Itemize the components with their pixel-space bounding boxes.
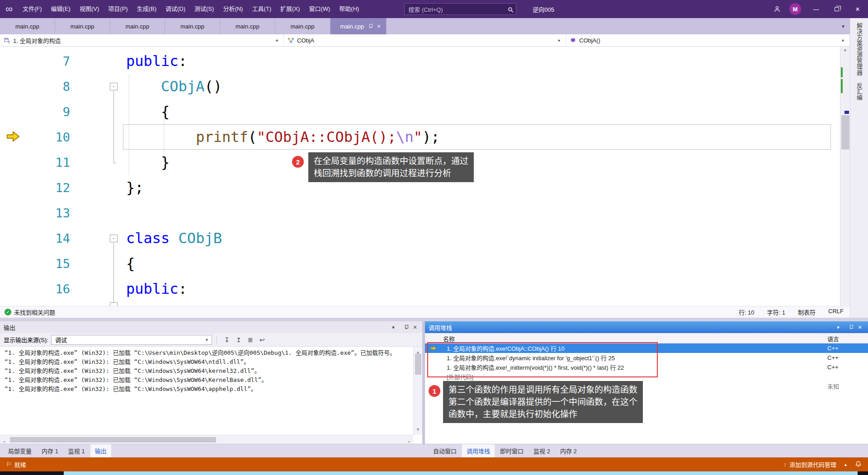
menu-item[interactable]: 视图(V) bbox=[75, 0, 104, 18]
pin-icon[interactable] bbox=[844, 322, 854, 332]
menu-item[interactable]: 扩展(X) bbox=[276, 0, 304, 18]
menu-item[interactable]: 编辑(E) bbox=[47, 0, 75, 18]
document-tab[interactable]: main.cpp bbox=[220, 18, 275, 34]
code-text[interactable]: }; bbox=[126, 179, 144, 196]
pin-icon[interactable] bbox=[399, 322, 410, 332]
close-button[interactable]: ✕ bbox=[847, 0, 868, 18]
menu-item[interactable]: 窗口(W) bbox=[304, 0, 335, 18]
code-text[interactable]: { bbox=[126, 255, 135, 272]
add-to-source-control-button[interactable]: ↑ 添加到源代码管理 bbox=[784, 460, 837, 469]
column-language[interactable]: 语言 bbox=[827, 334, 839, 343]
code-token bbox=[170, 230, 178, 247]
code-text[interactable]: class CObjB bbox=[126, 230, 222, 247]
menu-item[interactable]: 调试(D) bbox=[161, 0, 190, 18]
scroll-down-icon[interactable]: ▼ bbox=[414, 425, 422, 434]
code-text[interactable]: printf("CObjA::CObjA();\n"); bbox=[126, 128, 440, 146]
panel-tab[interactable]: 监视 2 bbox=[529, 444, 555, 457]
output-header[interactable]: 输出 ▾ ✕ bbox=[0, 321, 422, 333]
scrollbar-thumb[interactable] bbox=[841, 115, 849, 150]
menu-item[interactable]: 测试(S) bbox=[190, 0, 218, 18]
editor-scrollbar[interactable]: ▲ bbox=[840, 47, 850, 306]
tab-label: main.cpp bbox=[180, 23, 204, 30]
code-text[interactable]: public: bbox=[126, 280, 187, 297]
document-tab[interactable]: main.cpp bbox=[275, 18, 330, 34]
column-name[interactable]: 名称 bbox=[443, 334, 455, 343]
goto-previous-message-icon[interactable]: ↥ bbox=[233, 335, 244, 345]
pin-icon[interactable] bbox=[368, 24, 373, 29]
scroll-left-icon[interactable]: ◂ bbox=[3, 437, 5, 444]
document-tab[interactable]: main.cpp bbox=[110, 18, 165, 34]
panel-tab[interactable]: 内存 2 bbox=[556, 444, 581, 457]
tabs-indicator[interactable]: 制表符 bbox=[798, 308, 816, 316]
callstack-row[interactable]: [外部代码] bbox=[425, 372, 868, 381]
panel-tab[interactable]: 即时窗口 bbox=[495, 444, 528, 457]
code-editor[interactable]: 7public:8- CObjA()9 {10 printf("CObjA::C… bbox=[0, 47, 850, 306]
menu-item[interactable]: 帮助(H) bbox=[335, 0, 363, 18]
toggle-word-wrap-icon[interactable]: ↩ bbox=[257, 335, 268, 345]
scroll-right-icon[interactable]: ▸ bbox=[408, 437, 410, 444]
menu-item[interactable]: 分析(N) bbox=[218, 0, 247, 18]
line-number: 7 bbox=[0, 54, 70, 68]
avatar[interactable]: M bbox=[789, 3, 801, 15]
window-position-chevron-icon[interactable]: ▾ bbox=[833, 322, 844, 332]
tab-overflow-chevron-icon[interactable]: ▾ bbox=[836, 18, 850, 34]
feedback-person-icon[interactable] bbox=[769, 5, 785, 13]
member-dropdown[interactable]: CObjA() ▾ bbox=[566, 34, 850, 46]
caret-status: 行: 10 字符: 1 制表符 CRLF bbox=[739, 308, 844, 316]
panel-tab[interactable]: 内存 1 bbox=[37, 444, 63, 457]
minimize-button[interactable]: — bbox=[806, 0, 826, 18]
document-tab[interactable]: main.cpp bbox=[165, 18, 220, 34]
scroll-up-icon[interactable]: ▲ bbox=[840, 47, 850, 52]
menu-item[interactable]: 文件(F) bbox=[18, 0, 47, 18]
clear-all-icon[interactable]: ≣ bbox=[245, 335, 256, 345]
maximize-button[interactable] bbox=[826, 0, 847, 18]
type-dropdown[interactable]: CObjA ▾ bbox=[284, 34, 566, 46]
output-hscrollbar[interactable]: ◂ ▸ bbox=[0, 435, 413, 444]
output-source-dropdown[interactable]: 调试 ▾ bbox=[51, 335, 212, 345]
document-tab[interactable]: main.cpp bbox=[0, 18, 55, 34]
close-icon[interactable]: ✕ bbox=[377, 24, 381, 29]
close-icon[interactable]: ✕ bbox=[854, 322, 865, 332]
annotation-text: 栈回溯找到函数的调用过程进行分析 bbox=[314, 167, 468, 179]
panel-tab[interactable]: 调用堆栈 bbox=[462, 444, 495, 457]
callstack-row[interactable]: 1. 全局对象的构造.exe!`dynamic initializer for … bbox=[425, 353, 868, 362]
document-tab[interactable]: main.cpp✕ bbox=[330, 18, 387, 34]
fold-toggle-icon[interactable]: - bbox=[110, 83, 118, 90]
close-icon[interactable]: ✕ bbox=[410, 322, 420, 332]
horizontal-splitter[interactable] bbox=[0, 318, 868, 321]
goto-next-message-icon[interactable]: ↧ bbox=[222, 335, 232, 345]
solution-explorer-tab[interactable]: 解决方案资源管理器 bbox=[855, 23, 863, 75]
problems-indicator[interactable]: 未找到相关问题 bbox=[14, 308, 55, 316]
method-icon bbox=[570, 37, 576, 44]
fold-toggle-icon[interactable]: - bbox=[110, 235, 118, 242]
panel-tab[interactable]: 输出 bbox=[90, 444, 111, 457]
panel-tab[interactable]: 监视 1 bbox=[64, 444, 90, 457]
panel-tab[interactable]: 局部变量 bbox=[4, 444, 36, 457]
scrollbar-thumb[interactable] bbox=[415, 354, 421, 375]
line-indicator[interactable]: 行: 10 bbox=[739, 308, 755, 316]
document-tab[interactable]: main.cpp bbox=[55, 18, 110, 34]
upper-area: main.cppmain.cppmain.cppmain.cppmain.cpp… bbox=[0, 18, 868, 318]
code-text[interactable]: public: bbox=[126, 52, 187, 70]
code-text[interactable]: } bbox=[126, 154, 170, 171]
eol-indicator[interactable]: CRLF bbox=[828, 308, 844, 316]
char-indicator[interactable]: 字符: 1 bbox=[767, 308, 785, 316]
disassembly-tab[interactable]: 反汇编 bbox=[855, 83, 863, 100]
callstack-row[interactable]: 1. 全局对象的构造.exe!CObjA::CObjA() 行 10C++ bbox=[425, 343, 868, 353]
callstack-row[interactable]: 1. 全局对象的构造.exe!_initterm(void(*)() * fir… bbox=[425, 362, 868, 372]
search-input[interactable]: 搜索 (Ctrl+Q) bbox=[404, 3, 516, 15]
publish-chevron-icon[interactable]: ▲ bbox=[844, 462, 848, 467]
scrollbar-thumb[interactable] bbox=[10, 437, 216, 442]
window-position-chevron-icon[interactable]: ▾ bbox=[388, 322, 399, 332]
code-text[interactable]: { bbox=[126, 103, 170, 120]
bell-icon[interactable] bbox=[855, 461, 862, 469]
code-text[interactable]: CObjA() bbox=[126, 78, 222, 95]
project-dropdown[interactable]: 1. 全局对象的构造 ▾ bbox=[0, 34, 284, 46]
output-vscrollbar[interactable]: ▲ ▼ bbox=[413, 347, 422, 435]
callstack-header[interactable]: 调用堆栈 ▾ ✕ bbox=[425, 321, 868, 333]
output-content[interactable]: “1. 全局对象的构造.exe” (Win32): 已加载 “C:\Users\… bbox=[0, 347, 422, 444]
menu-item[interactable]: 工具(T) bbox=[247, 0, 276, 18]
menu-item[interactable]: 项目(P) bbox=[104, 0, 132, 18]
panel-tab[interactable]: 自动窗口 bbox=[429, 444, 461, 457]
menu-item[interactable]: 生成(B) bbox=[132, 0, 161, 18]
